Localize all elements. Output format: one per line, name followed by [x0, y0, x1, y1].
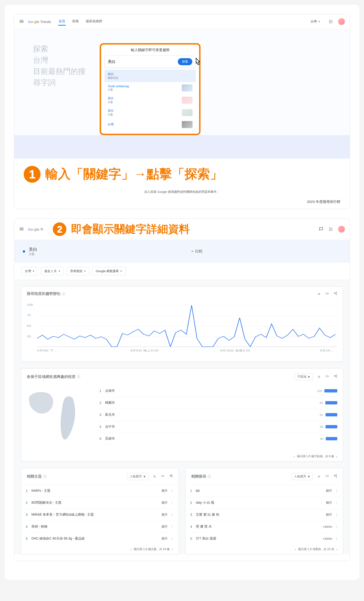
- header-bar: Google Trends 首頁 探索 最新熱搜榜 台灣▼: [14, 14, 350, 29]
- svg-point-5: [332, 21, 332, 22]
- help-icon[interactable]: ⓘ: [207, 474, 211, 479]
- hero-tagline: 探索 台灣 目前最熱門的搜 尋字詞: [33, 43, 86, 135]
- related-row[interactable]: 3怎麼 變 白 最 快飆升⋮: [186, 509, 343, 521]
- filter-time[interactable]: 過去 1 天▼: [41, 267, 64, 275]
- search-row: 探索: [104, 56, 196, 68]
- region-row[interactable]: 5高雄市89: [99, 433, 337, 445]
- download-icon[interactable]: [153, 474, 157, 479]
- region-row[interactable]: 4台中市90: [99, 421, 337, 433]
- add-compare-cell[interactable]: ＋ 比較: [182, 240, 350, 263]
- next-page-icon[interactable]: ›: [172, 548, 173, 551]
- download-icon[interactable]: [317, 474, 321, 479]
- more-icon[interactable]: ⋮: [170, 525, 174, 529]
- interest-over-time-card: 搜尋熱度的趨勢變化 ⓘ 100755025: [21, 286, 343, 362]
- more-icon[interactable]: ⋮: [170, 501, 174, 505]
- svg-point-0: [329, 20, 330, 21]
- taiwan-map[interactable]: [27, 385, 92, 446]
- suggestion-thumb: [182, 97, 193, 104]
- tab-trending[interactable]: 最新熱搜榜: [85, 18, 103, 26]
- filter-region[interactable]: 台灣▼: [21, 267, 38, 275]
- region-select[interactable]: 台灣▼: [307, 18, 324, 26]
- download-icon[interactable]: [317, 374, 321, 379]
- avatar[interactable]: [338, 226, 345, 233]
- queries-pager: ‹ 顯示第 1-5 項查詢，共 13 項 ›: [186, 544, 343, 554]
- card-title: 各個子區域網友感興趣的程度: [27, 374, 76, 379]
- next-page-icon[interactable]: ›: [336, 548, 337, 551]
- related-row[interactable]: 3MIRAE 未來美－官方網站&線上購物 - 主題飆升⋮: [21, 509, 178, 521]
- embed-icon[interactable]: [325, 474, 329, 479]
- menu-icon[interactable]: [19, 226, 24, 232]
- prev-page-icon[interactable]: ‹: [131, 548, 132, 551]
- share-icon[interactable]: [334, 374, 337, 379]
- tab-home[interactable]: 首頁: [58, 18, 66, 26]
- more-icon[interactable]: ⋮: [335, 513, 338, 517]
- svg-text:75: 75: [27, 314, 31, 317]
- tab-explore[interactable]: 探索: [72, 18, 79, 26]
- query-term-cell[interactable]: 美白 主題: [14, 240, 182, 263]
- prev-page-icon[interactable]: ‹: [294, 455, 295, 458]
- feedback-icon[interactable]: [319, 227, 324, 232]
- apps-icon[interactable]: [329, 227, 333, 231]
- related-row[interactable]: 2olay 小 白 瓶飆升⋮: [186, 497, 343, 509]
- more-icon[interactable]: ⋮: [170, 489, 174, 493]
- svg-point-12: [329, 229, 330, 230]
- download-icon[interactable]: [317, 291, 321, 296]
- more-icon[interactable]: ⋮: [335, 501, 338, 505]
- help-icon[interactable]: ⓘ: [62, 292, 65, 296]
- suggestion-item[interactable]: 美白主題: [104, 94, 196, 106]
- menu-icon[interactable]: [19, 19, 24, 25]
- region-row[interactable]: 3新北市91: [99, 409, 337, 421]
- year-in-search-strip: 2023 年度搜尋排行榜: [14, 199, 350, 209]
- svg-point-7: [330, 22, 331, 23]
- related-row[interactable]: 18d飆升⋮: [186, 485, 343, 497]
- svg-point-9: [329, 228, 330, 228]
- search-input[interactable]: [108, 60, 178, 64]
- related-row[interactable]: 28D問題解決法 - 主題飆升⋮: [21, 497, 178, 509]
- explore-button[interactable]: 探索: [178, 58, 192, 65]
- region-level-select[interactable]: 子區域▼: [295, 373, 313, 380]
- help-icon[interactable]: ⓘ: [77, 375, 80, 379]
- share-icon[interactable]: [169, 474, 173, 479]
- annotation-number-2: 2: [53, 222, 66, 236]
- suggestion-item[interactable]: Tooth whitening主題: [104, 82, 196, 94]
- card-title: 相關搜尋: [191, 474, 206, 479]
- apps-icon[interactable]: [329, 20, 333, 24]
- related-row[interactable]: 4理 膚 寶 水+300%⋮: [186, 521, 343, 532]
- region-pager: ‹ 顯示第 1-5 個子區域，共 6 個 ›: [21, 451, 343, 461]
- svg-text:9月9日 下…: 9月9日 下…: [37, 349, 58, 352]
- related-row[interactable]: 5377 美白 面霜+300%⋮: [186, 532, 343, 544]
- more-icon[interactable]: ⋮: [335, 525, 338, 529]
- prev-page-icon[interactable]: ‹: [295, 548, 296, 551]
- related-row[interactable]: 1Kiehl's - 主題飆升⋮: [21, 485, 178, 497]
- more-icon[interactable]: ⋮: [335, 537, 338, 541]
- related-row[interactable]: 5DHC 維他命C 60天份 69.3g - 產品線飆升⋮: [21, 532, 178, 544]
- sort-select[interactable]: 人氣竄升▼: [292, 473, 313, 480]
- interest-chart: 100755025 9月9日 下… 9月9日 晚上9:28 9月10日 凌晨5:…: [21, 301, 343, 361]
- embed-icon[interactable]: [325, 374, 329, 379]
- suggestion-item[interactable]: 美白搜尋字詞: [104, 70, 196, 82]
- svg-text:9月10日 凌晨5:20: 9月10日 凌晨5:20: [220, 349, 250, 352]
- region-row[interactable]: 2桃園市93: [99, 397, 337, 409]
- card-title: 搜尋熱度的趨勢變化: [27, 291, 60, 296]
- filter-category[interactable]: 所有類別▼: [67, 267, 89, 275]
- suggestion-item[interactable]: 美白主題: [104, 106, 196, 119]
- embed-icon[interactable]: [161, 474, 165, 479]
- embed-icon[interactable]: [325, 291, 329, 296]
- more-icon[interactable]: ⋮: [170, 513, 174, 517]
- filter-search-type[interactable]: Google 網頁搜尋▼: [92, 267, 126, 275]
- region-row[interactable]: 1台南市100: [99, 385, 337, 397]
- share-icon[interactable]: [334, 291, 337, 296]
- next-page-icon[interactable]: ›: [336, 455, 337, 458]
- sort-select[interactable]: 人氣竄升▼: [127, 473, 148, 480]
- more-icon[interactable]: ⋮: [335, 489, 338, 493]
- help-icon[interactable]: ⓘ: [43, 474, 46, 479]
- avatar[interactable]: [338, 18, 345, 25]
- google-trends-logo[interactable]: Google Tr: [28, 227, 43, 231]
- share-icon[interactable]: [334, 474, 337, 479]
- svg-point-16: [330, 230, 331, 231]
- related-row[interactable]: 4茶樹 - 植物飆升⋮: [21, 521, 178, 532]
- more-icon[interactable]: ⋮: [170, 537, 174, 541]
- google-trends-logo[interactable]: Google Trends: [28, 20, 51, 24]
- suggestion-item[interactable]: 白帶: [104, 119, 196, 130]
- search-title: 輸入關鍵字即可查看趨勢: [104, 48, 196, 52]
